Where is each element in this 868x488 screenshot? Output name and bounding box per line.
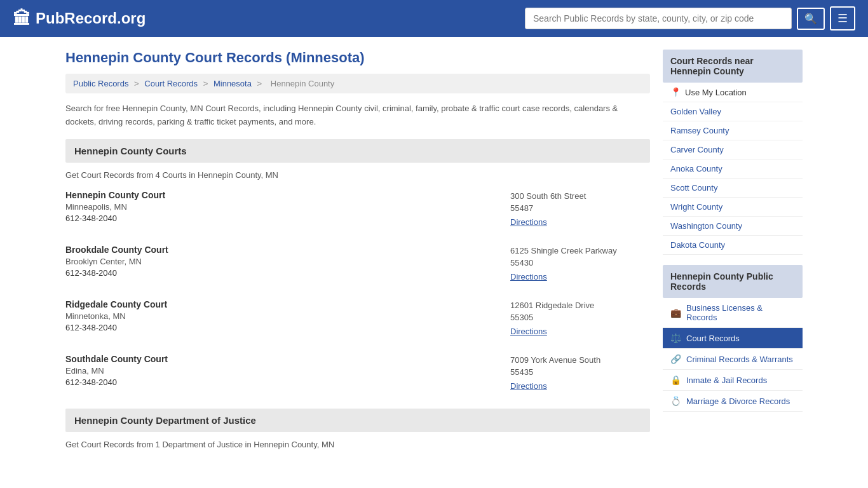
court-phone: 612-348-2040 — [65, 214, 165, 223]
nearby-county-link[interactable]: Wright County — [670, 202, 722, 212]
public-record-link[interactable]: Business Licenses & Records — [686, 303, 795, 322]
menu-button[interactable]: ☰ — [830, 6, 855, 30]
court-right-3: 7009 York Avenue South55435 Directions — [510, 354, 650, 391]
public-record-link[interactable]: Criminal Records & Warrants — [686, 355, 793, 364]
dept-section-header: Hennepin County Department of Justice — [65, 409, 650, 432]
nearby-item[interactable]: Dakota County — [663, 236, 803, 255]
court-directions[interactable]: Directions — [510, 217, 650, 227]
nearby-county-link[interactable]: Dakota County — [670, 240, 725, 250]
page-title: Hennepin County Court Records (Minnesota… — [65, 50, 650, 66]
public-record-item[interactable]: 🔒 Inmate & Jail Records — [663, 370, 803, 391]
court-left-0: Hennepin County Court Minneapolis, MN 61… — [65, 190, 165, 227]
use-location-label: Use My Location — [685, 88, 747, 97]
public-records-list: 💼 Business Licenses & Records ⚖️ Court R… — [663, 298, 803, 412]
location-icon: 📍 — [670, 87, 681, 97]
nearby-county-link[interactable]: Ramsey County — [670, 126, 729, 135]
court-directions[interactable]: Directions — [510, 326, 650, 336]
courts-section-description: Get Court Records from 4 Courts in Henne… — [65, 170, 650, 180]
court-phone: 612-348-2040 — [65, 323, 167, 332]
public-record-item[interactable]: 💼 Business Licenses & Records — [663, 298, 803, 328]
nearby-item[interactable]: Wright County — [663, 198, 803, 217]
court-name: Brookdale County Court — [65, 245, 168, 255]
courts-list: Hennepin County Court Minneapolis, MN 61… — [65, 190, 650, 393]
public-records-section: Hennepin County Public Records 💼 Busines… — [663, 265, 803, 412]
court-directions[interactable]: Directions — [510, 271, 650, 281]
nearby-county-link[interactable]: Carver County — [670, 145, 724, 154]
use-my-location[interactable]: 📍 Use My Location — [663, 83, 803, 102]
public-record-link[interactable]: Inmate & Jail Records — [686, 376, 767, 385]
record-icon: 💼 — [670, 308, 681, 318]
court-directions[interactable]: Directions — [510, 381, 650, 391]
public-record-link[interactable]: Court Records — [686, 334, 740, 343]
directions-link[interactable]: Directions — [510, 272, 547, 281]
breadcrumb-sep-3: > — [257, 79, 264, 88]
breadcrumb-sep-2: > — [203, 79, 210, 88]
public-record-link[interactable]: Marriage & Divorce Records — [686, 396, 790, 406]
nearby-section-title: Court Records near Hennepin County — [663, 50, 803, 83]
nearby-county-link[interactable]: Golden Valley — [670, 107, 721, 116]
court-entry: Brookdale County Court Brooklyn Center, … — [65, 245, 650, 284]
directions-link[interactable]: Directions — [510, 217, 547, 227]
nearby-county-link[interactable]: Scott County — [670, 183, 717, 193]
court-city: Minneapolis, MN — [65, 202, 165, 212]
nearby-item[interactable]: Ramsey County — [663, 121, 803, 140]
record-icon: 💍 — [670, 396, 681, 406]
court-left-1: Brookdale County Court Brooklyn Center, … — [65, 245, 168, 281]
sidebar: Court Records near Hennepin County 📍 Use… — [663, 50, 803, 459]
record-icon: 🔗 — [670, 354, 681, 364]
court-entry: Ridgedale County Court Minnetonka, MN 61… — [65, 299, 650, 339]
breadcrumb: Public Records > Court Records > Minneso… — [65, 74, 650, 93]
search-container: 🔍 ☰ — [525, 6, 855, 30]
dept-section-description: Get Court Records from 1 Department of J… — [65, 440, 650, 449]
court-right-2: 12601 Ridgedale Drive55305 Directions — [510, 299, 650, 336]
court-city: Edina, MN — [65, 366, 168, 376]
court-address: 300 South 6th Street55487 — [510, 190, 650, 215]
logo-text: PubRecord.org — [36, 10, 146, 27]
directions-link[interactable]: Directions — [510, 381, 547, 391]
court-address: 12601 Ridgedale Drive55305 — [510, 299, 650, 324]
nearby-item[interactable]: Scott County — [663, 179, 803, 198]
court-entry: Hennepin County Court Minneapolis, MN 61… — [65, 190, 650, 229]
court-city: Minnetonka, MN — [65, 311, 167, 321]
public-records-title: Hennepin County Public Records — [663, 265, 803, 298]
court-right-0: 300 South 6th Street55487 Directions — [510, 190, 650, 227]
public-record-item[interactable]: 🔗 Criminal Records & Warrants — [663, 349, 803, 370]
logo-icon: 🏛 — [13, 8, 31, 29]
courts-section-header: Hennepin County Courts — [65, 139, 650, 163]
breadcrumb-public-records[interactable]: Public Records — [73, 79, 128, 88]
directions-link[interactable]: Directions — [510, 327, 547, 336]
record-icon: 🔒 — [670, 375, 681, 385]
public-record-item[interactable]: ⚖️ Court Records — [663, 328, 803, 349]
content-area: Hennepin County Court Records (Minnesota… — [65, 50, 650, 459]
court-name: Southdale County Court — [65, 354, 168, 364]
breadcrumb-minnesota[interactable]: Minnesota — [214, 79, 252, 88]
logo[interactable]: 🏛 PubRecord.org — [13, 8, 146, 29]
nearby-item[interactable]: Washington County — [663, 217, 803, 236]
search-input[interactable] — [525, 8, 792, 29]
court-address: 7009 York Avenue South55435 — [510, 354, 650, 379]
nearby-item[interactable]: Anoka County — [663, 159, 803, 179]
search-button[interactable]: 🔍 — [797, 8, 825, 30]
court-phone: 612-348-2040 — [65, 268, 168, 278]
record-icon: ⚖️ — [670, 333, 681, 343]
breadcrumb-sep-1: > — [134, 79, 141, 88]
court-left-2: Ridgedale County Court Minnetonka, MN 61… — [65, 299, 167, 336]
court-entry: Southdale County Court Edina, MN 612-348… — [65, 354, 650, 393]
nearby-county-link[interactable]: Anoka County — [670, 164, 722, 173]
court-name: Ridgedale County Court — [65, 299, 167, 309]
nearby-county-link[interactable]: Washington County — [670, 221, 742, 231]
breadcrumb-court-records[interactable]: Court Records — [144, 79, 198, 88]
main-container: Hennepin County Court Records (Minnesota… — [53, 37, 815, 472]
nearby-item[interactable]: Carver County — [663, 140, 803, 159]
breadcrumb-current: Hennepin County — [271, 79, 334, 88]
court-phone: 612-348-2040 — [65, 377, 168, 387]
public-record-item[interactable]: 💍 Marriage & Divorce Records — [663, 391, 803, 412]
court-left-3: Southdale County Court Edina, MN 612-348… — [65, 354, 168, 391]
court-name: Hennepin County Court — [65, 190, 165, 200]
court-address: 6125 Shingle Creek Parkway55430 — [510, 245, 650, 269]
header: 🏛 PubRecord.org 🔍 ☰ — [0, 0, 868, 37]
page-description: Search for free Hennepin County, MN Cour… — [65, 102, 650, 129]
nearby-item[interactable]: Golden Valley — [663, 102, 803, 121]
court-city: Brooklyn Center, MN — [65, 257, 168, 266]
court-right-1: 6125 Shingle Creek Parkway55430 Directio… — [510, 245, 650, 281]
